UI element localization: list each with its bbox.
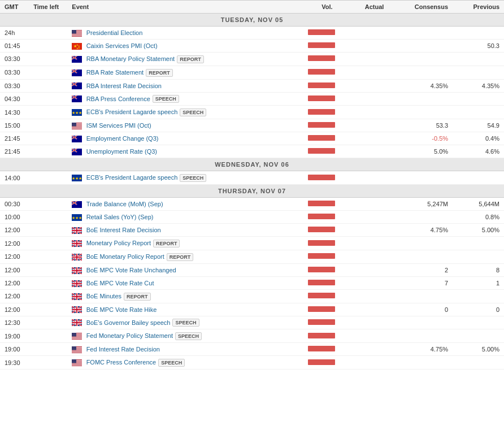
event-link[interactable]: Fed Interest Rate Decision	[86, 346, 160, 353]
previous-cell	[453, 356, 504, 370]
table-row: 12:00 BoE MPC Vote Rate Cut 7 1	[0, 276, 504, 289]
event-cell: ISM Services PMI (Oct)	[67, 119, 285, 132]
event-link[interactable]: Caixin Services PMI (Oct)	[86, 42, 158, 49]
gmt-cell: 19:00	[0, 343, 29, 356]
vol-cell	[286, 329, 337, 343]
event-cell: BoE's Governor Bailey speechSPEECH	[67, 316, 285, 329]
event-cell: Monetary Policy ReportREPORT	[67, 237, 285, 250]
gmt-cell: 15:00	[0, 119, 29, 132]
timeleft-cell	[29, 79, 67, 92]
svg-rect-158	[72, 359, 76, 363]
flag-us-icon	[72, 123, 82, 129]
event-cell: ★★★ Retail Sales (YoY) (Sep)	[67, 211, 285, 224]
svg-rect-4	[72, 33, 82, 34]
event-link[interactable]: RBA Interest Rate Decision	[86, 82, 162, 89]
event-cell: BoE Monetary Policy ReportREPORT	[67, 250, 285, 263]
event-link[interactable]: BoE MPC Vote Rate Cut	[86, 280, 154, 286]
vol-bar	[308, 175, 335, 180]
previous-cell	[453, 289, 504, 303]
gmt-cell: 14:00	[0, 171, 29, 185]
flag-gb-icon	[72, 306, 82, 313]
header-timeleft: Time left	[29, 1, 67, 14]
actual-cell	[337, 145, 389, 158]
header-previous: Previous	[453, 1, 504, 14]
gmt-cell: 12:00	[0, 263, 29, 276]
consensus-cell	[388, 211, 453, 224]
event-cell: Presidential Election	[67, 27, 285, 40]
gmt-cell: 24h	[0, 27, 29, 40]
actual-cell	[337, 66, 389, 79]
event-link[interactable]: Unemployment Rate (Q3)	[86, 148, 157, 155]
event-link[interactable]: RBA Rate Statement	[86, 69, 144, 76]
consensus-cell	[388, 106, 453, 119]
flag-gb-icon	[72, 280, 82, 287]
flag-au-icon	[72, 149, 82, 155]
vol-bar	[308, 346, 335, 351]
event-link[interactable]: Retail Sales (YoY) (Sep)	[86, 214, 154, 220]
svg-rect-157	[72, 365, 82, 366]
day-separator: WEDNESDAY, NOV 06	[0, 158, 504, 171]
event-cell: BoE MPC Vote Rate Unchanged	[67, 263, 285, 276]
badge-report: REPORT	[153, 240, 180, 247]
vol-bar	[308, 122, 335, 128]
event-link[interactable]: BoE MPC Vote Rate Hike	[86, 306, 157, 313]
event-link[interactable]: Employment Change (Q3)	[86, 135, 159, 142]
event-link[interactable]: BoE Minutes	[86, 293, 121, 299]
previous-cell	[453, 171, 504, 185]
event-link[interactable]: BoE Interest Rate Decision	[86, 227, 161, 233]
actual-cell	[337, 40, 389, 53]
badge-report: REPORT	[177, 55, 204, 63]
event-link[interactable]: RBA Monetary Policy Statement	[86, 55, 175, 62]
vol-cell	[286, 289, 337, 303]
event-link[interactable]: ECB's President Lagarde speech	[86, 174, 178, 181]
event-link[interactable]: ECB's President Lagarde speech	[86, 108, 178, 115]
flag-gb-icon	[72, 227, 82, 234]
table-row: 03:30 RBA Rate StatementREPORT	[0, 66, 504, 79]
vol-cell	[286, 211, 337, 224]
timeleft-cell	[29, 66, 67, 79]
vol-cell	[286, 237, 337, 250]
svg-rect-40	[72, 127, 82, 127]
table-row: 21:45 Employment Change (Q3) -0.5% 0.4%	[0, 132, 504, 145]
event-link[interactable]: Presidential Election	[86, 29, 143, 36]
timeleft-cell	[29, 316, 67, 329]
consensus-cell	[388, 237, 453, 250]
badge-report: REPORT	[124, 293, 151, 301]
consensus-cell	[388, 92, 453, 106]
event-link[interactable]: Monetary Policy Report	[86, 240, 151, 246]
vol-bar	[308, 135, 335, 141]
gmt-cell: 19:30	[0, 356, 29, 370]
consensus-cell: 5.0%	[388, 145, 453, 158]
previous-cell: 54.9	[453, 119, 504, 132]
consensus-cell	[388, 250, 453, 263]
flag-eu-icon: ★★★	[72, 109, 82, 116]
consensus-cell: -0.5%	[388, 132, 453, 145]
table-row: 12:00 BoE Interest Rate Decision 4.75% 5…	[0, 224, 504, 237]
svg-rect-41	[72, 127, 82, 128]
vol-bar	[308, 109, 335, 115]
event-link[interactable]: BoE Monetary Policy Report	[86, 253, 164, 260]
timeleft-cell	[29, 92, 67, 106]
event-link[interactable]: BoE MPC Vote Rate Unchanged	[86, 267, 176, 273]
actual-cell	[337, 250, 389, 263]
svg-rect-116	[72, 296, 82, 297]
previous-cell	[453, 92, 504, 106]
table-row: 04:30 RBA Press ConferenceSPEECH	[0, 92, 504, 106]
event-link[interactable]: Trade Balance (MoM) (Sep)	[86, 201, 163, 207]
event-link[interactable]: ISM Services PMI (Oct)	[86, 122, 151, 129]
consensus-cell	[388, 27, 453, 40]
event-link[interactable]: FOMC Press Conference	[86, 359, 156, 366]
timeleft-cell	[29, 237, 67, 250]
event-link[interactable]: RBA Press Conference	[86, 95, 150, 102]
flag-eu-icon: ★★★	[72, 214, 82, 221]
event-cell: BoE MPC Vote Rate Hike	[67, 303, 285, 316]
event-link[interactable]: BoE's Governor Bailey speech	[86, 319, 171, 326]
event-link[interactable]: Fed Monetary Policy Statement	[86, 332, 173, 339]
gmt-cell: 12:00	[0, 276, 29, 289]
consensus-cell: 4.75%	[388, 343, 453, 356]
actual-cell	[337, 211, 389, 224]
svg-rect-98	[72, 270, 82, 271]
flag-us-icon	[72, 30, 82, 37]
previous-cell	[453, 237, 504, 250]
flag-au-icon	[72, 201, 82, 208]
